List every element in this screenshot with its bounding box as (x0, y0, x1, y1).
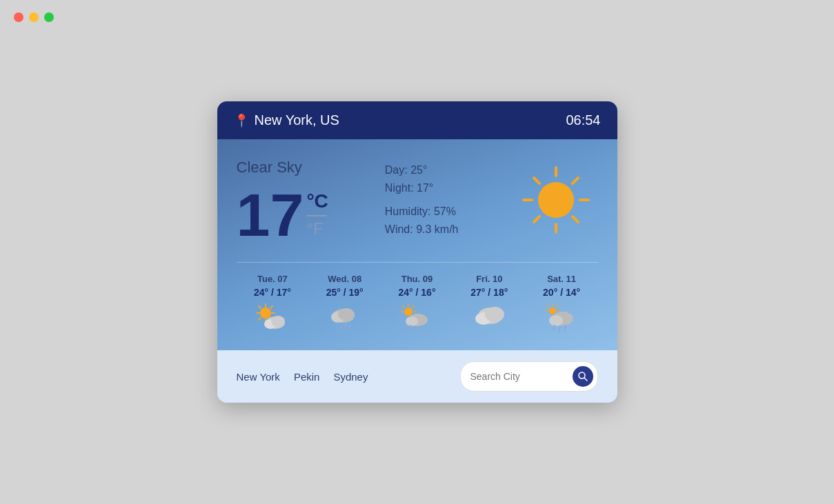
fahrenheit-unit: °F (306, 219, 328, 239)
search-button[interactable] (573, 366, 593, 387)
forecast-day-1-temps: 24° / 17° (254, 287, 291, 298)
svg-line-57 (564, 325, 566, 331)
forecast-day-1-label: Tue. 07 (257, 274, 288, 284)
forecast-day-3: Thu. 09 24° / 16° (381, 274, 453, 336)
svg-line-5 (573, 216, 578, 222)
forecast-day-2-icon (328, 303, 361, 334)
forecast-day-5-icon (545, 303, 578, 336)
night-low: Night: 17° (385, 182, 459, 194)
temp-units: °C °F (306, 190, 328, 239)
maximize-button[interactable] (44, 12, 54, 22)
svg-point-44 (485, 307, 504, 322)
minimize-button[interactable] (29, 12, 39, 22)
svg-line-50 (547, 305, 548, 307)
forecast-strip: Tue. 07 24° / 17° (237, 262, 598, 336)
svg-line-6 (573, 178, 578, 183)
forecast-day-2: Wed. 08 25° / 19° (308, 274, 381, 336)
location-name: New York, US (255, 112, 339, 128)
celsius-unit: °C (306, 190, 328, 212)
svg-point-24 (338, 308, 355, 321)
forecast-day-2-label: Wed. 08 (328, 274, 361, 284)
city-link-pekin[interactable]: Pekin (294, 371, 320, 383)
forecast-day-4-label: Fri. 10 (476, 274, 502, 284)
wind: Wind: 9.3 km/h (385, 223, 459, 236)
forecast-day-4-temps: 27° / 18° (470, 287, 508, 298)
close-button[interactable] (14, 12, 23, 22)
card-bottom: New York Pekin Sydney (217, 350, 617, 403)
search-icon (578, 372, 588, 381)
condition-text: Clear Sky (237, 159, 328, 177)
left-weather: Clear Sky 17 °C °F (237, 159, 328, 245)
forecast-day-3-temps: 24° / 16° (398, 287, 435, 298)
svg-line-27 (345, 323, 346, 328)
window-controls (14, 12, 54, 22)
svg-line-18 (259, 318, 261, 320)
forecast-day-4-icon (473, 303, 506, 331)
day-high: Day: 25° (385, 164, 459, 177)
temp-unit-divider (306, 215, 327, 216)
svg-line-59 (584, 378, 587, 381)
svg-line-36 (413, 306, 415, 308)
svg-line-4 (534, 178, 539, 183)
svg-point-9 (541, 185, 571, 215)
city-link-sydney[interactable]: Sydney (333, 371, 368, 383)
svg-line-15 (259, 306, 261, 308)
svg-line-28 (349, 324, 350, 330)
svg-line-52 (557, 305, 558, 307)
forecast-day-1-icon (256, 303, 289, 331)
forecast-day-1: Tue. 07 24° / 17° (237, 274, 309, 336)
forecast-day-3-icon (400, 303, 433, 336)
humidity: Humidity: 57% (385, 205, 459, 218)
search-input[interactable] (470, 371, 568, 382)
main-weather-row: Clear Sky 17 °C °F Day: 25° Night: 17° H… (237, 159, 598, 245)
svg-line-26 (341, 324, 342, 330)
temperature-block: 17 °C °F (237, 185, 328, 245)
svg-line-40 (415, 327, 417, 332)
svg-point-54 (549, 315, 563, 326)
forecast-day-5-label: Sat. 11 (547, 274, 576, 284)
sun-weather-icon (515, 159, 597, 241)
svg-line-7 (534, 216, 539, 222)
forecast-day-3-label: Thu. 09 (401, 274, 433, 284)
card-header: 📍 New York, US 06:54 (217, 101, 617, 139)
svg-line-34 (403, 306, 404, 308)
middle-info: Day: 25° Night: 17° Humidity: 57% Wind: … (385, 159, 459, 236)
search-bar (460, 361, 598, 392)
svg-point-21 (271, 316, 285, 327)
forecast-day-5-temps: 20° / 14° (543, 287, 580, 298)
location-area: 📍 New York, US (234, 112, 339, 128)
forecast-day-5: Sat. 11 20° / 14° (526, 274, 598, 336)
svg-line-17 (270, 306, 272, 308)
weather-card: 📍 New York, US 06:54 Clear Sky 17 °C °F … (217, 101, 617, 403)
location-pin-icon: 📍 (234, 113, 249, 128)
svg-line-56 (559, 327, 560, 332)
temperature-number: 17 (237, 185, 304, 245)
svg-line-55 (553, 325, 555, 331)
svg-line-25 (337, 323, 338, 328)
clock-display: 06:54 (566, 112, 600, 128)
svg-point-38 (406, 316, 418, 326)
forecast-day-4: Fri. 10 27° / 18° (453, 274, 526, 336)
sun-icon (518, 162, 594, 238)
forecast-day-2-temps: 25° / 19° (326, 287, 364, 298)
city-link-new-york[interactable]: New York (237, 371, 280, 383)
svg-line-41 (421, 325, 422, 331)
card-main: Clear Sky 17 °C °F Day: 25° Night: 17° H… (217, 139, 617, 350)
svg-line-39 (410, 325, 411, 331)
